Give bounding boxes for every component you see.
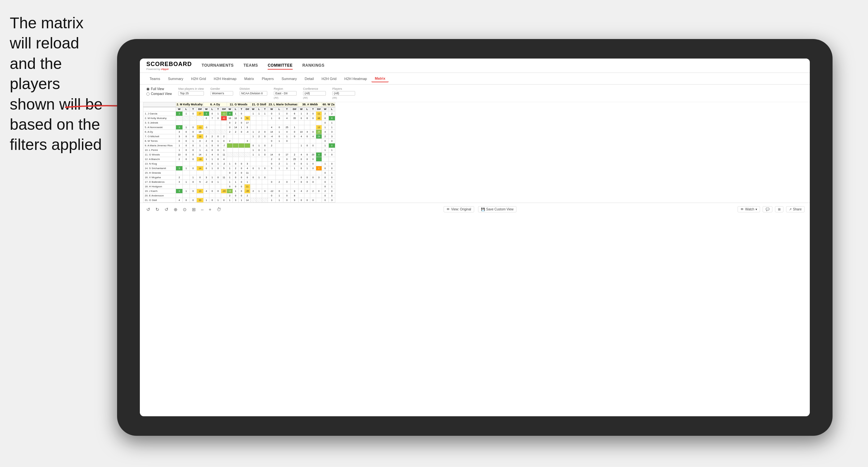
sub-nav-teams[interactable]: Teams — [146, 75, 163, 82]
sub-nav-h2h-heatmap[interactable]: H2H Heatmap — [210, 75, 240, 82]
logo-area: SCOREBOARD Powered by clippd — [146, 61, 192, 70]
th-g-t: T — [239, 107, 245, 112]
player-ady: 6. A Dy — [144, 130, 176, 134]
toolbar-left: ↺ ↻ ↺ ⊕ ⊙ ⊞ – + ⏱ — [145, 206, 222, 213]
table-row: 10. L Perini 1001 -1001 101 11 — [144, 148, 335, 153]
share-icon: ↗ — [789, 208, 792, 211]
player-perini: 10. L Perini — [144, 148, 176, 153]
player-garcia: 1. J Garcia — [144, 112, 176, 116]
nav-committee[interactable]: COMMITTEE — [268, 62, 293, 70]
col-header-ady: 6. A Dy — [204, 102, 227, 107]
sub-nav-detail[interactable]: Detail — [302, 75, 317, 82]
gender-select[interactable]: Women's — [210, 91, 233, 96]
compact-view-radio[interactable] — [146, 92, 150, 96]
players-select[interactable]: (All) — [332, 91, 355, 96]
compact-view-label: Compact View — [151, 92, 172, 96]
table-row: 13. N Klug 101-2 1003 0210 010 10 — [144, 162, 335, 166]
full-view-radio[interactable] — [146, 88, 150, 91]
zoom-in-icon[interactable]: ⊕ — [173, 206, 179, 213]
col-header-mulcahy: 2. M Kelly Mulcahy — [176, 102, 204, 107]
player-mitchell: 7. O Mitchell — [144, 134, 176, 139]
grid-btn[interactable]: ⊞ — [775, 206, 783, 212]
undo-icon[interactable]: ↺ — [145, 206, 152, 213]
settings-icon[interactable]: ⊙ — [182, 206, 188, 213]
th-ms-t: T — [283, 107, 290, 112]
region-label: Region — [274, 87, 297, 90]
redo-icon[interactable]: ↻ — [154, 206, 161, 213]
watch-btn[interactable]: 👁 Watch ▾ — [738, 206, 760, 212]
nav-tournaments[interactable]: TOURNAMENTS — [202, 62, 234, 70]
th-w-t: T — [310, 107, 316, 112]
table-row: 18. H Hodgson 00011 01 — [144, 184, 335, 189]
sub-nav-summary[interactable]: Summary — [164, 75, 186, 82]
view-options: Full View Compact View — [146, 87, 172, 96]
watch-icon: 👁 — [741, 208, 744, 211]
division-select[interactable]: NCAA Division II — [240, 91, 267, 96]
tablet-screen: SCOREBOARD Powered by clippd TOURNAMENTS… — [140, 59, 810, 416]
th-s-t: T — [262, 107, 268, 112]
th-z-w: W — [322, 107, 329, 112]
sub-nav-h2h-heatmap2[interactable]: H2H Heatmap — [341, 75, 370, 82]
clock-icon[interactable]: ⏱ — [215, 206, 222, 213]
comment-btn[interactable]: 💬 — [763, 206, 772, 212]
th-m-dif: Dif — [196, 107, 203, 112]
view-original-btn[interactable]: 👁 View: Original — [443, 206, 474, 212]
th-d-t: T — [215, 107, 221, 112]
th-s-w: W — [250, 107, 256, 112]
layout-icon[interactable]: ⊞ — [191, 206, 197, 213]
tablet-device: SCOREBOARD Powered by clippd TOURNAMENTS… — [117, 39, 833, 436]
minus-icon[interactable]: – — [200, 206, 205, 213]
toolbar-center: 👁 View: Original 💾 Save Custom View — [443, 206, 517, 212]
max-players-select[interactable]: Top 25 — [178, 91, 204, 96]
table-row: 11. G Woods 100014 14011 110 140172 4020… — [144, 153, 335, 157]
region-select[interactable]: East - DII — [274, 91, 297, 96]
players-label: Players — [332, 87, 355, 90]
th-z-l: L — [329, 107, 335, 112]
sub-nav-matrix2[interactable]: Matrix — [371, 75, 388, 82]
sub-nav-matrix[interactable]: Matrix — [241, 75, 257, 82]
bottom-toolbar: ↺ ↻ ↺ ⊕ ⊙ ⊞ – + ⏱ 👁 View: Original 💾 Sav… — [140, 203, 810, 216]
share-label: Share — [793, 208, 802, 211]
table-row: 12. A Bianchi 200-16 1104 20025 000 — [144, 157, 335, 162]
full-view-option[interactable]: Full View — [146, 87, 172, 91]
player-andersson: 20. E Andersson — [144, 193, 176, 198]
th-m-l: L — [183, 107, 190, 112]
save-custom-btn[interactable]: 💾 Save Custom View — [478, 206, 517, 212]
player-jelinek: 3. S Jelinek — [144, 121, 176, 125]
conference-label: Conference — [303, 87, 326, 90]
th-g-dif: Dif — [245, 107, 250, 112]
comment-icon: 💬 — [766, 208, 770, 211]
grid-icon: ⊞ — [778, 208, 780, 211]
watch-label: Watch — [745, 208, 754, 211]
player-bianchi: 12. A Bianchi — [144, 157, 176, 162]
sub-nav-h2h-grid[interactable]: H2H Grid — [188, 75, 209, 82]
table-row: 6. A Dy 30018 220-4 120 14140 104025 43 — [144, 130, 335, 134]
gender-label: Gender — [210, 87, 233, 90]
conference-select[interactable]: (All) — [303, 91, 326, 96]
nav-rankings[interactable]: RANKINGS — [303, 62, 324, 70]
players-filter: Players (All) (All) — [332, 87, 355, 99]
th-ms-dif: Dif — [291, 107, 298, 112]
sub-nav-h2h-grid2[interactable]: H2H Grid — [318, 75, 340, 82]
plus-icon[interactable]: + — [208, 206, 213, 213]
table-row: 1. J Garcia 31027 301-11 410 111 0106 13… — [144, 112, 335, 116]
table-row: 15. H Stranda 02011 01 — [144, 171, 335, 175]
division-filter: Division NCAA Division II — [240, 87, 267, 96]
player-jimenez: 9. A Maria Jimenez Rios — [144, 144, 176, 148]
table-subheader-player — [144, 107, 176, 112]
gender-filter: Gender Women's — [210, 87, 233, 96]
full-view-label: Full View — [151, 87, 164, 91]
compact-view-option[interactable]: Compact View — [146, 92, 172, 96]
refresh-icon[interactable]: ↺ — [163, 206, 170, 213]
nav-teams[interactable]: TEAMS — [244, 62, 258, 70]
sub-nav-summary2[interactable]: Summary — [278, 75, 300, 82]
col-header-webb: 38. A Webb — [298, 102, 322, 107]
th-d-dif: Dif — [221, 107, 227, 112]
share-btn[interactable]: ↗ Share — [786, 206, 805, 212]
table-row: 5. A Nomrowski 310-11 -1 01410 40251 13 … — [144, 125, 335, 130]
table-row: 7. O Mitchell 30018 2202 120 -4010 40424… — [144, 134, 335, 139]
save-custom-label: Save Custom View — [486, 208, 514, 211]
col-header-woods: 11. G Woods — [227, 102, 250, 107]
matrix-container[interactable]: 2. M Kelly Mulcahy 6. A Dy 11. G Woods 2… — [140, 102, 810, 203]
sub-nav-players[interactable]: Players — [258, 75, 277, 82]
